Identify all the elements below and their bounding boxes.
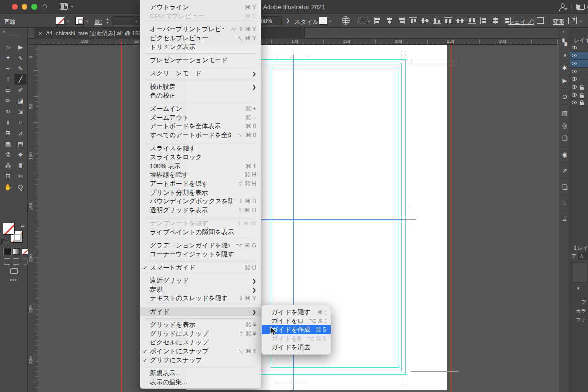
tool-slice[interactable]: ✄ [14, 171, 26, 182]
icon-dist-middle[interactable] [456, 17, 465, 24]
view-menu-item[interactable]: ズームアウト⌘ − [140, 113, 261, 122]
arrange-documents-icon[interactable] [576, 4, 585, 10]
zoom-expand-arrow-icon[interactable]: ❯ [286, 18, 290, 23]
panel-dropdown-arrow-icon[interactable]: ▼ [576, 286, 580, 291]
view-menu-item[interactable]: 透明グリッドを表示⇧ ⌘ D [140, 206, 261, 215]
fill-chevron-icon[interactable]: ˅ [67, 19, 69, 24]
tool-gradient[interactable]: ▤ [14, 139, 26, 149]
lock-cell[interactable] [578, 100, 585, 105]
tool-blend[interactable]: ❖ [14, 149, 26, 160]
view-menu-item[interactable]: アウトライン⌘ Y [140, 3, 261, 12]
select-options-chevron-icon[interactable]: ˅ [368, 19, 370, 24]
view-menu-item[interactable]: 境界線を隠す⌘ H [140, 171, 261, 179]
fill-none-swatch[interactable] [56, 17, 64, 24]
tool-zoom[interactable]: Q [14, 182, 26, 193]
view-menu-item[interactable]: プリント分割を表示 [140, 188, 261, 197]
view-menu-item[interactable]: 校正設定❯ [140, 82, 261, 91]
edit-toolbar-icon[interactable]: ••• [10, 277, 17, 283]
vertical-ruler[interactable]: 050100150200250300 [28, 45, 38, 392]
icon-align-top[interactable] [409, 17, 417, 24]
tool-selection[interactable]: ▶ [14, 42, 26, 52]
stroke-weight-stepper[interactable]: ▲▼ [105, 17, 110, 24]
panel-tab[interactable]: カ [578, 252, 585, 260]
tool-shape-builder[interactable]: ⊞ [2, 128, 14, 139]
style-chevron-icon[interactable]: ˅ [329, 19, 332, 24]
eye-icon[interactable] [572, 46, 577, 49]
draw-behind-button[interactable] [13, 258, 19, 265]
view-menu-item[interactable]: ライブペイントの隙間を表示 [140, 228, 261, 237]
tool-rotate[interactable]: ↻ [2, 106, 14, 117]
icon-dist-center-h[interactable] [491, 17, 500, 24]
dock-icon-artboards-panel[interactable]: ❐ [559, 132, 570, 145]
dock-icon-stroke[interactable]: Ο [559, 90, 570, 103]
view-menu-item[interactable]: グラデーションガイドを隠す⌥ ⌘ G [140, 241, 261, 250]
select-similar-chevron-icon[interactable]: ˅ [580, 19, 582, 24]
view-menu-item[interactable]: バウンディングボックスを隠す⇧ ⌘ B [140, 197, 261, 206]
share-account-icon[interactable]: + [559, 3, 566, 11]
view-menu-item[interactable]: テキストのスレッドを隠す⇧ ⌘ Y [140, 294, 261, 303]
stroke-chevron-icon[interactable]: ˅ [86, 19, 89, 24]
visibility-cell[interactable] [570, 62, 578, 65]
lock-cell[interactable] [578, 93, 585, 98]
visibility-cell[interactable] [570, 54, 578, 57]
tool-paintbrush[interactable]: ✐ [14, 85, 26, 96]
dock-icon-transparency[interactable]: ◎ [559, 119, 570, 132]
dock-icon-symbols-panel[interactable]: ◉ [559, 148, 570, 161]
select-options-icon[interactable] [360, 17, 367, 24]
tool-perspective-grid[interactable]: ⊿ [14, 128, 26, 139]
default-fill-stroke-icon[interactable] [1, 239, 6, 244]
view-menu-item[interactable]: ピクセルプレビュー⌥ ⌘ Y [140, 34, 261, 43]
view-menu-item[interactable]: 100% 表示⌘ 1 [140, 162, 261, 171]
stroke-none-swatch[interactable] [75, 17, 84, 24]
dock-icon-panel-menu[interactable]: ≣ [559, 213, 570, 225]
view-menu-item[interactable]: グリッドを表示⌘ ¥ [140, 320, 261, 329]
layer-row[interactable] [570, 99, 588, 107]
eye-icon[interactable] [572, 70, 577, 73]
tools-drag-handle[interactable] [9, 35, 20, 36]
horizontal-ruler[interactable]: 10050100150200250300 [38, 39, 559, 45]
collapse-panels-icon[interactable]: « [563, 29, 564, 34]
color-button[interactable] [4, 248, 11, 255]
visibility-cell[interactable] [570, 77, 578, 81]
tool-curvature[interactable]: ✎ [14, 63, 26, 74]
layer-row[interactable] [570, 83, 588, 91]
select-similar-icon[interactable] [568, 17, 577, 24]
visibility-cell[interactable] [570, 85, 578, 89]
document-setup-globe-icon[interactable] [342, 16, 350, 24]
screen-mode-icon[interactable] [10, 268, 18, 274]
tool-line-segment[interactable]: ╱ [14, 74, 26, 85]
icon-dist-bottom[interactable] [467, 17, 476, 24]
lock-cell[interactable] [578, 85, 585, 90]
tool-lasso[interactable]: ∿ [14, 52, 26, 63]
draw-normal-button[interactable] [4, 258, 10, 265]
lock-icon[interactable] [580, 87, 584, 90]
view-menu-item[interactable]: 色の校正 [140, 91, 261, 100]
dock-icon-adjustments[interactable]: ✱ [559, 61, 570, 74]
tool-direct-selection[interactable]: ▷ [2, 42, 14, 52]
fill-color-swatch[interactable] [3, 223, 15, 235]
icon-dist-top[interactable] [444, 17, 453, 24]
draw-inside-button[interactable] [22, 258, 28, 265]
tool-eraser[interactable]: ◪ [14, 96, 26, 106]
guides-submenu-item[interactable]: ガイドをロック⌥ ⌘ ; [262, 317, 331, 325]
tool-rectangle[interactable]: ▭ [2, 85, 14, 96]
view-menu-item[interactable]: 定規❯ [140, 285, 261, 294]
tab-close-icon[interactable]: ✕ [38, 31, 42, 36]
gradient-button[interactable] [13, 248, 20, 255]
dock-icon-align-panel[interactable]: ≡ [559, 196, 570, 209]
eye-icon[interactable] [572, 62, 577, 65]
icon-align-bottom[interactable] [432, 17, 441, 24]
layer-row[interactable] [570, 60, 588, 68]
lock-icon[interactable] [580, 102, 584, 105]
layer-row[interactable] [570, 52, 588, 60]
dock-icon-color-wheel[interactable]: ◑ [559, 49, 570, 61]
view-menu-item[interactable]: トリミング表示 [140, 43, 261, 51]
view-menu-item[interactable]: ガイド❯ [140, 307, 261, 316]
view-menu-item[interactable]: オーバープリントプレビュー⌥ ⇧ ⌘ Y [140, 25, 261, 34]
view-menu-item[interactable]: ピクセルにスナップ [140, 338, 261, 347]
red-guide-left[interactable] [121, 45, 122, 392]
dock-icon-copies-panel[interactable]: ❏ [559, 180, 570, 193]
ruler-corner[interactable] [28, 39, 38, 45]
shape-bounds-icon[interactable] [537, 17, 544, 24]
view-menu-item[interactable]: スライスを隠す [140, 144, 261, 153]
